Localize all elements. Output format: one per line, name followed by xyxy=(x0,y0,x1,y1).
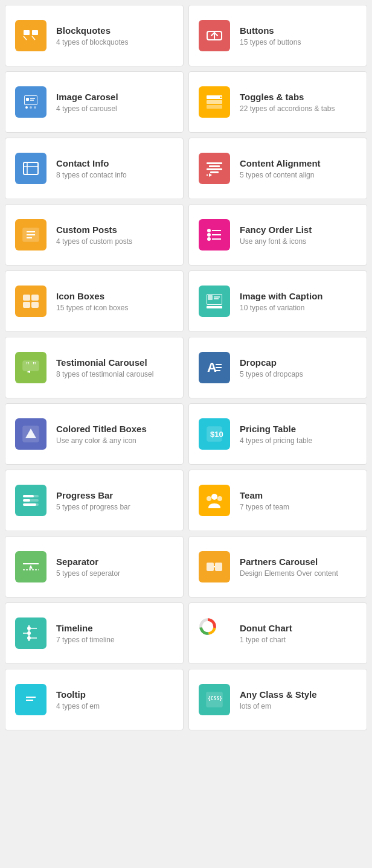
card-partners-carousel[interactable]: Partners Carousel Design Elements Over c… xyxy=(188,536,367,598)
any-class-style-icon: {CSS} xyxy=(199,684,230,715)
custom-posts-title: Custom Posts xyxy=(56,225,132,235)
fancy-order-list-text: Fancy Order List Use any font & icons xyxy=(240,225,312,246)
card-fancy-order-list[interactable]: Fancy Order List Use any font & icons xyxy=(188,204,367,266)
svg-text:A: A xyxy=(207,360,217,375)
pricing-table-icon: $10 xyxy=(199,418,230,450)
svg-rect-43 xyxy=(208,295,213,300)
image-carousel-subtitle: 4 types of carousel xyxy=(56,104,118,113)
progress-bar-subtitle: 5 types of progress bar xyxy=(56,503,130,511)
svg-marker-68 xyxy=(29,565,33,569)
custom-posts-text: Custom Posts 4 types of custom posts xyxy=(56,225,132,246)
icon-boxes-title: Icon Boxes xyxy=(56,291,128,301)
timeline-subtitle: 7 types of timeline xyxy=(56,636,115,644)
svg-rect-84 xyxy=(23,694,39,703)
separator-title: Separator xyxy=(56,557,120,567)
testimonial-carousel-text: Testimonial Carousel 8 types of testimon… xyxy=(56,357,153,378)
tooltip-text: Tooltip 4 types of em xyxy=(56,689,100,710)
svg-rect-11 xyxy=(26,98,29,101)
pricing-table-subtitle: 4 types of pricing table xyxy=(240,436,312,445)
card-tooltip[interactable]: Tooltip 4 types of em xyxy=(5,669,184,730)
svg-point-10 xyxy=(34,106,36,109)
progress-bar-text: Progress Bar 5 types of progress bar xyxy=(56,490,130,511)
team-icon xyxy=(199,485,230,516)
fancy-order-list-subtitle: Use any font & icons xyxy=(240,237,312,246)
testimonial-carousel-subtitle: 8 types of testimonial carousel xyxy=(56,370,153,378)
separator-text: Separator 5 types of seperator xyxy=(56,557,120,578)
svg-point-35 xyxy=(207,237,211,241)
pricing-table-text: Pricing Table 4 types of pricing table xyxy=(240,424,312,445)
donut-chart-title: Donut Chart xyxy=(240,623,292,633)
svg-point-31 xyxy=(207,229,211,232)
testimonial-carousel-title: Testimonial Carousel xyxy=(56,357,153,368)
card-buttons[interactable]: Buttons 15 types of buttons xyxy=(188,5,367,66)
any-class-style-title: Any Class & Style xyxy=(240,689,317,700)
svg-text:": " xyxy=(33,361,36,370)
card-progress-bar[interactable]: Progress Bar 5 types of progress bar xyxy=(5,470,184,531)
card-donut-chart[interactable]: Donut Chart 1 type of chart xyxy=(188,602,367,664)
svg-point-76 xyxy=(27,631,31,635)
card-pricing-table[interactable]: $10 Pricing Table 4 types of pricing tab… xyxy=(188,403,367,465)
blockquotes-text: Blockquotes 4 types of blockquotes xyxy=(56,25,128,46)
svg-point-66 xyxy=(217,496,222,501)
colored-titled-boxes-text: Colored Titled Boxes Use any color & any… xyxy=(56,424,147,445)
content-alignment-subtitle: 5 types of content align xyxy=(240,171,321,179)
svg-point-65 xyxy=(207,496,211,501)
custom-posts-subtitle: 4 types of custom posts xyxy=(56,237,132,246)
team-subtitle: 7 types of team xyxy=(240,503,289,511)
partners-carousel-icon xyxy=(199,551,230,582)
card-blockquotes[interactable]: "" Blockquotes 4 types of blockquotes xyxy=(5,5,184,66)
svg-rect-47 xyxy=(23,361,39,371)
donut-chart-subtitle: 1 type of chart xyxy=(240,636,292,644)
icon-boxes-icon xyxy=(15,286,46,317)
card-any-class-style[interactable]: {CSS} Any Class & Style lots of em xyxy=(188,669,367,730)
tooltip-title: Tooltip xyxy=(56,689,100,700)
donut-chart-text: Donut Chart 1 type of chart xyxy=(240,623,292,644)
svg-point-78 xyxy=(27,636,31,640)
svg-point-9 xyxy=(30,106,32,109)
card-content-alignment[interactable]: Content Alignment 5 types of content ali… xyxy=(188,138,367,199)
svg-rect-46 xyxy=(207,306,222,308)
image-carousel-icon xyxy=(15,86,46,118)
cards-grid: "" Blockquotes 4 types of blockquotes Bu… xyxy=(0,0,372,735)
card-separator[interactable]: Separator 5 types of seperator xyxy=(5,536,184,598)
svg-text:{CSS}: {CSS} xyxy=(208,696,222,701)
card-custom-posts[interactable]: Custom Posts 4 types of custom posts xyxy=(5,204,184,266)
svg-rect-61 xyxy=(23,499,30,502)
contact-info-icon xyxy=(15,153,46,184)
image-caption-text: Image with Caption 10 types of variation xyxy=(240,291,323,312)
blockquotes-icon: "" xyxy=(15,20,46,51)
content-alignment-title: Content Alignment xyxy=(240,158,321,168)
timeline-text: Timeline 7 types of timeline xyxy=(56,623,115,644)
svg-text:": " xyxy=(25,30,27,36)
donut-chart-icon xyxy=(199,617,230,649)
dropcap-icon: A xyxy=(199,352,230,383)
card-toggles-tabs[interactable]: Toggles & tabs 22 types of accordions & … xyxy=(188,71,367,133)
buttons-text: Buttons 15 types of buttons xyxy=(240,25,301,46)
any-class-style-text: Any Class & Style lots of em xyxy=(240,689,317,710)
timeline-icon xyxy=(15,617,46,649)
card-image-carousel[interactable]: Image Carosel 4 types of carousel xyxy=(5,71,184,133)
svg-rect-39 xyxy=(23,302,30,308)
colored-titled-boxes-title: Colored Titled Boxes xyxy=(56,424,147,434)
dropcap-subtitle: 5 types of dropcaps xyxy=(240,370,303,378)
card-dropcap[interactable]: A Dropcap 5 types of dropcaps xyxy=(188,337,367,398)
blockquotes-subtitle: 4 types of blockquotes xyxy=(56,38,128,46)
svg-point-64 xyxy=(211,494,217,500)
card-timeline[interactable]: Timeline 7 types of timeline xyxy=(5,602,184,664)
partners-carousel-title: Partners Carousel xyxy=(240,557,338,567)
content-alignment-text: Content Alignment 5 types of content ali… xyxy=(240,158,321,179)
svg-rect-71 xyxy=(215,563,222,571)
blockquotes-title: Blockquotes xyxy=(56,25,128,36)
card-image-caption[interactable]: Image with Caption 10 types of variation xyxy=(188,270,367,332)
custom-posts-icon xyxy=(15,219,46,251)
card-icon-boxes[interactable]: Icon Boxes 15 types of icon boxes xyxy=(5,270,184,332)
svg-rect-38 xyxy=(31,295,39,301)
card-testimonial-carousel[interactable]: "" Testimonial Carousel 8 types of testi… xyxy=(5,337,184,398)
svg-point-33 xyxy=(207,233,211,237)
card-team[interactable]: Team 7 types of team xyxy=(188,470,367,531)
toggles-tabs-subtitle: 22 types of accordions & tabs xyxy=(240,104,335,113)
card-colored-titled-boxes[interactable]: Colored Titled Boxes Use any color & any… xyxy=(5,403,184,465)
any-class-style-subtitle: lots of em xyxy=(240,702,317,710)
card-contact-info[interactable]: Contact Info 8 types of contact info xyxy=(5,138,184,199)
svg-rect-16 xyxy=(207,105,222,109)
